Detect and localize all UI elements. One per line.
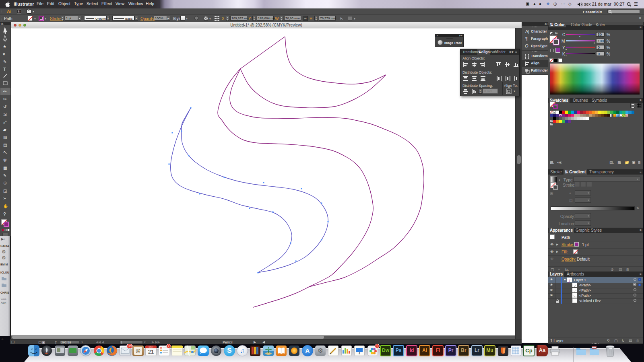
svg-text:⛏: ⛏: [3, 150, 7, 155]
svg-text:✂: ✂: [3, 196, 6, 201]
svg-text:▤: ▤: [3, 143, 7, 147]
svg-text:Uniform: Uniform: [95, 17, 106, 21]
svg-text:Basic: Basic: [125, 17, 133, 21]
svg-text:✎: ✎: [3, 173, 6, 178]
svg-text:⚲: ⚲: [3, 212, 6, 216]
svg-text:↺: ↺: [3, 105, 6, 109]
svg-text:✏: ✏: [3, 89, 7, 94]
svg-text:✋: ✋: [3, 204, 8, 209]
svg-text:⤢: ⤢: [3, 120, 6, 124]
svg-text:✎: ✎: [3, 60, 6, 64]
svg-text:☉: ☉: [3, 181, 7, 185]
svg-text:♥: ♥: [3, 52, 5, 56]
svg-text:★: ★: [3, 44, 6, 49]
svg-text:✂: ✂: [3, 97, 6, 101]
svg-text:▰: ▰: [3, 128, 6, 132]
svg-text:▩: ▩: [3, 166, 7, 170]
svg-text:▨: ▨: [3, 135, 7, 140]
svg-text:❇: ❇: [3, 158, 6, 162]
svg-text:◲: ◲: [3, 189, 7, 193]
svg-text:T: T: [3, 67, 6, 72]
svg-text:⇲: ⇲: [3, 112, 7, 117]
